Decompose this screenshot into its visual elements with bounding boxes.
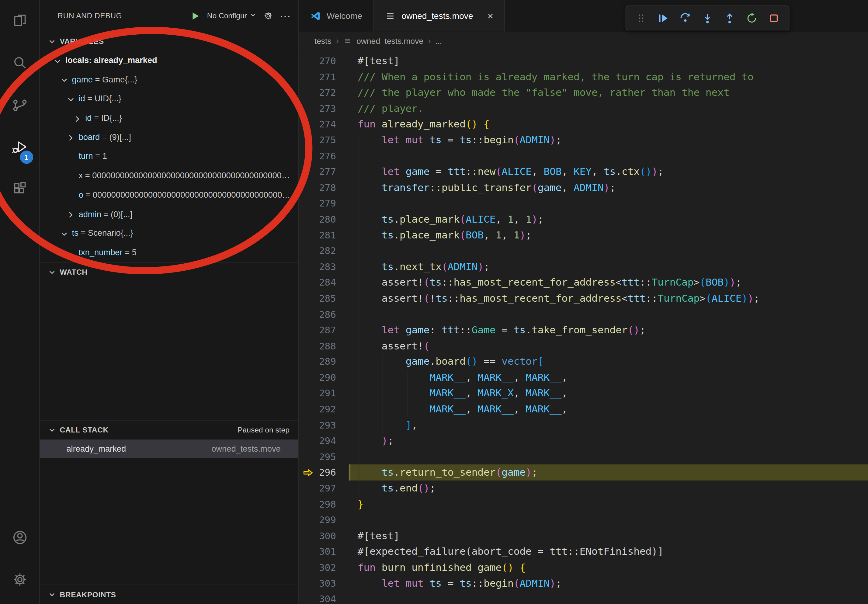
code-text[interactable]: ); xyxy=(349,433,868,449)
code-line[interactable]: 294 ); xyxy=(299,433,868,449)
line-number[interactable]: 283 xyxy=(318,259,349,275)
gutter[interactable]: 284 xyxy=(299,275,349,290)
debug-settings-button[interactable] xyxy=(263,11,274,21)
line-number[interactable]: 290 xyxy=(318,370,349,386)
code-line[interactable]: 299 xyxy=(299,512,868,528)
code-line[interactable]: 297 ts.end(); xyxy=(299,480,868,496)
code-text[interactable]: MARK__, MARK__, MARK__, xyxy=(349,370,868,386)
breakpoint-slot[interactable] xyxy=(299,338,318,354)
line-number[interactable]: 293 xyxy=(318,417,349,433)
gutter[interactable]: 300 xyxy=(299,528,349,544)
gutter[interactable]: 274 xyxy=(299,116,349,132)
code-line[interactable]: 271/// When a position is already marked… xyxy=(299,69,868,85)
variable-row[interactable]: x = 000000000000000000000000000000000000… xyxy=(40,166,298,185)
tab-welcome[interactable]: Welcome xyxy=(299,0,374,32)
line-number[interactable]: 304 xyxy=(318,591,349,604)
code-text[interactable]: assert!(!ts::has_most_recent_for_address… xyxy=(349,290,868,306)
gutter[interactable]: 282 xyxy=(299,243,349,259)
code-text[interactable] xyxy=(349,306,868,322)
code-text[interactable] xyxy=(349,243,868,259)
code-text[interactable] xyxy=(349,449,868,465)
drag-handle-icon[interactable] xyxy=(632,9,651,27)
breakpoint-slot[interactable] xyxy=(299,290,318,306)
gutter[interactable]: 298 xyxy=(299,496,349,512)
code-text[interactable]: #[test] xyxy=(349,528,868,544)
line-number[interactable]: 297 xyxy=(318,480,349,496)
breakpoint-slot[interactable] xyxy=(299,496,318,512)
line-number[interactable]: 291 xyxy=(318,386,349,401)
code-line[interactable]: 280 ts.place_mark(ALICE, 1, 1); xyxy=(299,211,868,227)
code-area[interactable]: 270#[test]271/// When a position is alre… xyxy=(299,50,868,604)
code-text[interactable]: /// the player who made the "false" move… xyxy=(349,85,868,101)
breakpoint-slot[interactable] xyxy=(299,575,318,591)
chevron-down-icon[interactable] xyxy=(60,71,72,90)
breakpoint-slot[interactable] xyxy=(299,148,318,164)
gutter[interactable]: 279 xyxy=(299,195,349,211)
breadcrumb-item-symbol[interactable]: ... xyxy=(435,36,442,45)
code-text[interactable]: ts.return_to_sender(game); xyxy=(349,465,868,480)
breakpoint-slot[interactable] xyxy=(299,227,318,243)
code-text[interactable]: assert!(ts::has_most_recent_for_address<… xyxy=(349,275,868,290)
code-line[interactable]: 301#[expected_failure(abort_code = ttt::… xyxy=(299,544,868,560)
code-text[interactable]: transfer::public_transfer(game, ADMIN); xyxy=(349,180,868,195)
breakpoint-slot[interactable] xyxy=(299,180,318,195)
gutter[interactable]: 296 xyxy=(299,465,349,480)
gutter[interactable]: 292 xyxy=(299,401,349,417)
gutter[interactable]: 302 xyxy=(299,560,349,575)
code-text[interactable] xyxy=(349,148,868,164)
code-text[interactable]: let game = ttt::new(ALICE, BOB, KEY, ts.… xyxy=(349,164,868,180)
activity-run-and-debug[interactable]: 1 xyxy=(0,127,40,169)
restart-button[interactable] xyxy=(742,9,761,27)
code-line[interactable]: 293 ], xyxy=(299,417,868,433)
code-text[interactable]: ts.place_mark(ALICE, 1, 1); xyxy=(349,211,868,227)
breakpoint-slot[interactable] xyxy=(299,480,318,496)
breakpoint-slot[interactable] xyxy=(299,116,318,132)
gutter[interactable]: 283 xyxy=(299,259,349,275)
code-text[interactable]: #[test] xyxy=(349,53,868,69)
step-out-button[interactable] xyxy=(720,9,739,27)
breakpoint-slot[interactable] xyxy=(299,544,318,560)
line-number[interactable]: 302 xyxy=(318,560,349,575)
gutter[interactable]: 287 xyxy=(299,322,349,338)
gutter[interactable]: 277 xyxy=(299,164,349,180)
line-number[interactable]: 271 xyxy=(318,69,349,85)
variable-row[interactable]: o = 000000000000000000000000000000000000… xyxy=(40,185,298,204)
line-number[interactable]: 280 xyxy=(318,211,349,227)
breakpoint-slot[interactable] xyxy=(299,275,318,290)
breakpoint-slot[interactable] xyxy=(299,449,318,465)
code-line[interactable]: 295 xyxy=(299,449,868,465)
close-icon[interactable]: × xyxy=(488,11,493,21)
breakpoint-slot[interactable] xyxy=(299,417,318,433)
call-stack-frame-row[interactable]: already_marked owned_tests.move xyxy=(40,439,298,458)
code-line[interactable]: 287 let game: ttt::Game = ts.take_from_s… xyxy=(299,322,868,338)
call-stack-section-header[interactable]: CALL STACK Paused on step xyxy=(40,420,298,440)
continue-button[interactable] xyxy=(654,9,673,27)
code-text[interactable]: } xyxy=(349,496,868,512)
gutter[interactable]: 290 xyxy=(299,370,349,386)
gutter[interactable]: 297 xyxy=(299,480,349,496)
more-actions-icon[interactable]: ⋯ xyxy=(279,10,290,21)
gutter[interactable]: 281 xyxy=(299,227,349,243)
breakpoint-slot[interactable] xyxy=(299,211,318,227)
gutter[interactable]: 289 xyxy=(299,354,349,370)
line-number[interactable]: 276 xyxy=(318,148,349,164)
code-line[interactable]: 292 MARK__, MARK__, MARK__, xyxy=(299,401,868,417)
breakpoint-slot[interactable] xyxy=(299,53,318,69)
code-text[interactable]: fun already_marked() { xyxy=(349,116,868,132)
code-line[interactable]: 304 xyxy=(299,591,868,604)
line-number[interactable]: 272 xyxy=(318,85,349,101)
variable-row[interactable]: turn = 1 xyxy=(40,147,298,166)
variables-section-header[interactable]: VARIABLES xyxy=(40,32,298,51)
code-text[interactable] xyxy=(349,512,868,528)
code-text[interactable]: ts.next_tx(ADMIN); xyxy=(349,259,868,275)
code-text[interactable]: ], xyxy=(349,417,868,433)
chevron-down-icon[interactable] xyxy=(66,90,79,108)
variable-row[interactable]: locals: already_marked xyxy=(40,51,298,70)
variable-row[interactable]: id = ID{...} xyxy=(40,108,298,128)
code-text[interactable]: MARK__, MARK_X, MARK__, xyxy=(349,386,868,401)
gutter[interactable]: 275 xyxy=(299,132,349,148)
line-number[interactable]: 284 xyxy=(318,275,349,290)
gutter[interactable]: 299 xyxy=(299,512,349,528)
line-number[interactable]: 292 xyxy=(318,401,349,417)
code-text[interactable]: assert!( xyxy=(349,338,868,354)
